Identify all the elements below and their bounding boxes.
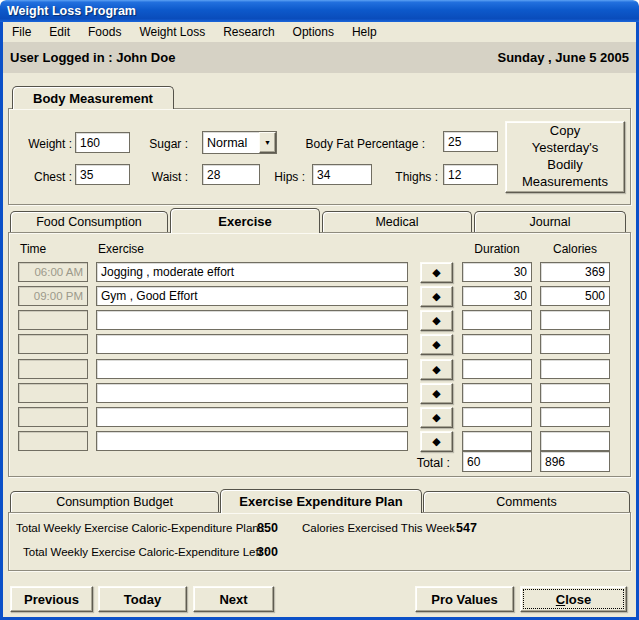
date-label: Sunday , June 5 2005 [497,50,629,65]
exercise-panel [8,232,631,477]
previous-button[interactable]: Previous [10,586,93,612]
next-button[interactable]: Next [193,586,274,612]
close-button-label: Close [556,592,591,607]
title-bar: Weight Loss Program [0,0,639,22]
tab-consumption-budget[interactable]: Consumption Budget [10,491,219,512]
window-title: Weight Loss Program [7,4,136,18]
tab-journal[interactable]: Journal [474,211,626,232]
tab-comments[interactable]: Comments [423,491,630,512]
tab-medical[interactable]: Medical [322,211,472,232]
window-border-left [0,20,3,620]
expenditure-plan-panel [8,512,631,571]
tab-food-consumption[interactable]: Food Consumption [10,211,168,232]
menu-item-foods[interactable]: Foods [79,23,130,41]
menu-item-edit[interactable]: Edit [40,23,79,41]
app-window: Weight Loss Program ✕ FileEditFoodsWeigh… [0,0,639,620]
menu-item-help[interactable]: Help [343,23,386,41]
logged-in-label: User Logged in : John Doe [10,50,175,65]
tab-body-measurement[interactable]: Body Measurement [12,86,174,109]
today-button[interactable]: Today [98,586,187,612]
close-button[interactable]: Close [520,586,627,612]
menu-item-options[interactable]: Options [284,23,343,41]
pro-values-button[interactable]: Pro Values [415,586,514,612]
menu-bar: FileEditFoodsWeight LossResearchOptionsH… [3,22,636,42]
menu-item-research[interactable]: Research [214,23,283,41]
tab-exercise[interactable]: Exercise [170,208,320,233]
tab-exercise-expenditure-plan[interactable]: Exercise Expenditure Plan [220,489,422,513]
menu-item-file[interactable]: File [3,23,40,41]
body-measurement-panel [8,108,631,205]
user-bar: User Logged in : John Doe Sunday , June … [3,42,636,73]
menu-item-weight-loss[interactable]: Weight Loss [130,23,214,41]
